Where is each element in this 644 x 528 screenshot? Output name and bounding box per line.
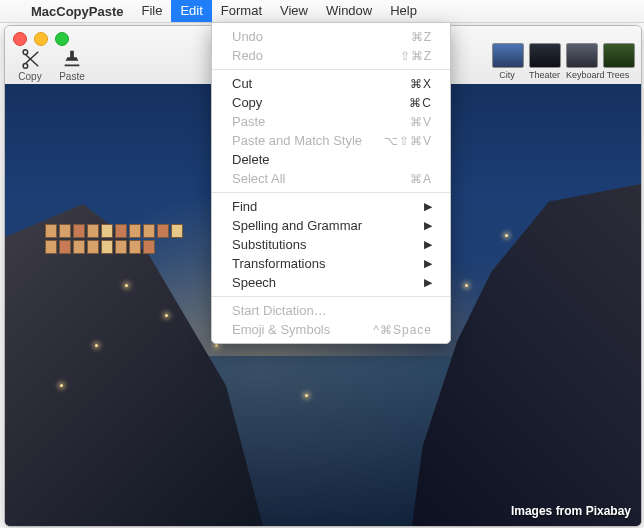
menu-file[interactable]: File (132, 0, 171, 22)
menu-separator (212, 296, 450, 297)
menu-help[interactable]: Help (381, 0, 426, 22)
thumbnail-label: Keyboard (566, 70, 596, 80)
paste-tool-label: Paste (55, 71, 89, 82)
menu-item-copy[interactable]: Copy⌘C (212, 93, 450, 112)
submenu-arrow-icon: ▶ (424, 276, 432, 289)
menu-item-label: Find (232, 199, 257, 214)
menubar: MacCopyPaste FileEditFormatViewWindowHel… (0, 0, 644, 23)
scissors-icon (19, 48, 41, 70)
stamp-icon (61, 48, 83, 70)
menu-item-select-all: Select All⌘A (212, 169, 450, 188)
menu-item-label: Transformations (232, 256, 325, 271)
menu-item-substitutions[interactable]: Substitutions▶ (212, 235, 450, 254)
image-credit: Images from Pixabay (511, 504, 631, 518)
minimize-button[interactable] (34, 32, 48, 46)
menu-shortcut: ⌘X (410, 77, 432, 91)
menu-item-paste-and-match-style: Paste and Match Style⌥⇧⌘V (212, 131, 450, 150)
menu-format[interactable]: Format (212, 0, 271, 22)
toolbar-thumbnails: CityTheaterKeyboardTrees (492, 43, 633, 80)
menu-item-label: Paste and Match Style (232, 133, 362, 148)
paste-tool[interactable]: Paste (55, 48, 89, 82)
close-button[interactable] (13, 32, 27, 46)
menu-window[interactable]: Window (317, 0, 381, 22)
menu-shortcut: ⌥⇧⌘V (384, 134, 432, 148)
thumb-city[interactable]: City (492, 43, 522, 80)
menu-item-delete[interactable]: Delete (212, 150, 450, 169)
menu-shortcut: ⌘V (410, 115, 432, 129)
thumbnail-image (603, 43, 635, 68)
menu-item-spelling-and-grammar[interactable]: Spelling and Grammar▶ (212, 216, 450, 235)
submenu-arrow-icon: ▶ (424, 200, 432, 213)
submenu-arrow-icon: ▶ (424, 219, 432, 232)
menu-item-start-dictation: Start Dictation… (212, 301, 450, 320)
thumbnail-image (492, 43, 524, 68)
thumbnail-label: City (492, 70, 522, 80)
menu-item-paste: Paste⌘V (212, 112, 450, 131)
menu-item-label: Redo (232, 48, 263, 63)
menu-shortcut: ⌘A (410, 172, 432, 186)
menu-item-emoji-symbols: Emoji & Symbols^⌘Space (212, 320, 450, 339)
menu-item-redo: Redo⇧⌘Z (212, 46, 450, 65)
menu-shortcut: ⌘Z (411, 30, 432, 44)
menu-item-label: Emoji & Symbols (232, 322, 330, 337)
thumbnail-label: Trees (603, 70, 633, 80)
menu-item-label: Undo (232, 29, 263, 44)
menu-shortcut: ⌘C (409, 96, 432, 110)
menu-item-label: Spelling and Grammar (232, 218, 362, 233)
menu-item-cut[interactable]: Cut⌘X (212, 74, 450, 93)
menu-item-label: Start Dictation… (232, 303, 327, 318)
menu-item-find[interactable]: Find▶ (212, 197, 450, 216)
menu-item-speech[interactable]: Speech▶ (212, 273, 450, 292)
thumbnail-image (529, 43, 561, 68)
menu-view[interactable]: View (271, 0, 317, 22)
menu-item-label: Select All (232, 171, 285, 186)
menu-item-label: Delete (232, 152, 270, 167)
menu-item-label: Cut (232, 76, 252, 91)
menu-item-label: Speech (232, 275, 276, 290)
app-name[interactable]: MacCopyPaste (22, 4, 132, 19)
edit-menu-dropdown: Undo⌘ZRedo⇧⌘ZCut⌘XCopy⌘CPaste⌘VPaste and… (211, 22, 451, 344)
menu-item-label: Substitutions (232, 237, 306, 252)
window-controls (13, 32, 69, 46)
menu-item-label: Paste (232, 114, 265, 129)
menu-shortcut: ⇧⌘Z (400, 49, 432, 63)
copy-tool-label: Copy (13, 71, 47, 82)
menu-edit[interactable]: Edit (171, 0, 211, 22)
submenu-arrow-icon: ▶ (424, 257, 432, 270)
menu-items: FileEditFormatViewWindowHelp (132, 0, 425, 22)
copy-tool[interactable]: Copy (13, 48, 47, 82)
menu-separator (212, 192, 450, 193)
menu-item-undo: Undo⌘Z (212, 27, 450, 46)
thumb-keyboard[interactable]: Keyboard (566, 43, 596, 80)
submenu-arrow-icon: ▶ (424, 238, 432, 251)
menu-item-label: Copy (232, 95, 262, 110)
menu-separator (212, 69, 450, 70)
menu-item-transformations[interactable]: Transformations▶ (212, 254, 450, 273)
thumbnail-image (566, 43, 598, 68)
maximize-button[interactable] (55, 32, 69, 46)
menu-shortcut: ^⌘Space (373, 323, 432, 337)
thumb-theater[interactable]: Theater (529, 43, 559, 80)
toolbar-actions: Copy Paste (13, 48, 89, 82)
thumb-trees[interactable]: Trees (603, 43, 633, 80)
thumbnail-label: Theater (529, 70, 559, 80)
